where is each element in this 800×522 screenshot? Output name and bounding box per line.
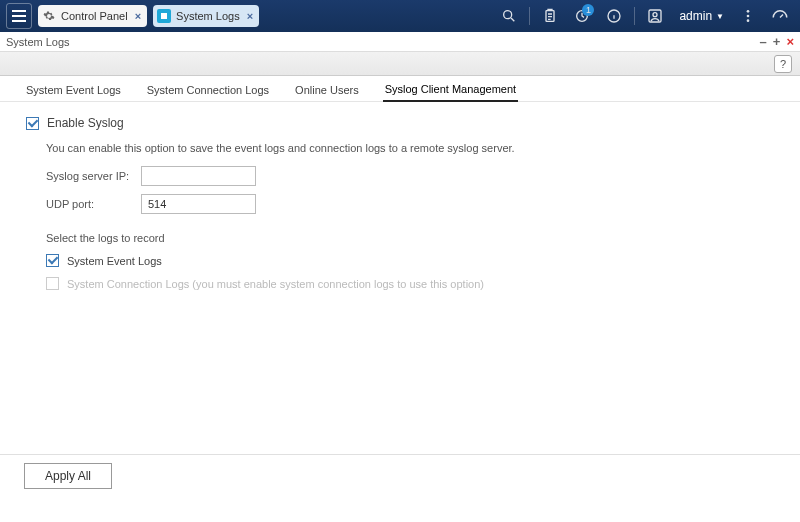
user-icon: [647, 8, 663, 24]
clipboard-button[interactable]: [536, 2, 564, 30]
tab-label: Control Panel: [61, 10, 128, 22]
menu-button[interactable]: [6, 3, 32, 29]
topbar-actions: 1 admin ▼: [495, 2, 794, 30]
close-button[interactable]: ×: [786, 34, 794, 49]
server-ip-label: Syslog server IP:: [46, 170, 141, 182]
window-controls: – + ×: [760, 34, 794, 49]
info-icon: [606, 8, 622, 24]
hamburger-icon: [12, 10, 26, 22]
system-connection-logs-label: System Connection Logs (you must enable …: [67, 278, 484, 290]
footer: Apply All: [0, 454, 800, 496]
tab-control-panel[interactable]: Control Panel ×: [38, 5, 147, 27]
window-toolbar: ?: [0, 52, 800, 76]
close-icon[interactable]: ×: [135, 10, 141, 22]
tab-label: System Logs: [176, 10, 240, 22]
server-ip-input[interactable]: [141, 166, 256, 186]
help-icon: ?: [780, 58, 786, 70]
select-logs-label: Select the logs to record: [46, 232, 774, 244]
svg-point-6: [653, 13, 657, 17]
tab-system-logs[interactable]: System Logs ×: [153, 5, 259, 27]
system-connection-logs-checkbox: [46, 277, 59, 290]
help-button[interactable]: ?: [774, 55, 792, 73]
udp-port-label: UDP port:: [46, 198, 141, 210]
section-tabs: System Event Logs System Connection Logs…: [0, 76, 800, 102]
logs-icon: [157, 9, 171, 23]
user-label: admin: [679, 9, 712, 23]
enable-syslog-label: Enable Syslog: [47, 116, 124, 130]
gauge-icon: [771, 7, 789, 25]
svg-point-7: [747, 10, 750, 13]
chevron-down-icon: ▼: [716, 12, 724, 21]
tab-system-connection-logs[interactable]: System Connection Logs: [145, 80, 271, 101]
close-icon[interactable]: ×: [247, 10, 253, 22]
dots-vertical-icon: [740, 8, 756, 24]
system-event-logs-label: System Event Logs: [67, 255, 162, 267]
settings-panel: Enable Syslog You can enable this option…: [0, 102, 800, 496]
window-title: System Logs: [6, 36, 70, 48]
user-icon-button[interactable]: [641, 2, 669, 30]
app-topbar: Control Panel × System Logs × 1: [0, 0, 800, 32]
udp-port-input[interactable]: [141, 194, 256, 214]
apply-all-button[interactable]: Apply All: [24, 463, 112, 489]
enable-syslog-checkbox[interactable]: [26, 117, 39, 130]
info-button[interactable]: [600, 2, 628, 30]
svg-point-8: [747, 15, 750, 18]
svg-point-9: [747, 19, 750, 22]
notifications-button[interactable]: 1: [568, 2, 596, 30]
system-event-logs-checkbox[interactable]: [46, 254, 59, 267]
more-button[interactable]: [734, 2, 762, 30]
user-menu[interactable]: admin ▼: [673, 9, 730, 23]
app-tabs: Control Panel × System Logs ×: [38, 5, 259, 27]
gear-icon: [42, 9, 56, 23]
notification-badge: 1: [582, 4, 594, 16]
dashboard-button[interactable]: [766, 2, 794, 30]
window-titlebar: System Logs – + ×: [0, 32, 800, 52]
minimize-button[interactable]: –: [760, 34, 767, 49]
search-button[interactable]: [495, 2, 523, 30]
tab-system-event-logs[interactable]: System Event Logs: [24, 80, 123, 101]
enable-syslog-description: You can enable this option to save the e…: [46, 142, 774, 154]
tab-syslog-client-management[interactable]: Syslog Client Management: [383, 79, 518, 102]
clipboard-icon: [542, 8, 558, 24]
search-icon: [501, 8, 517, 24]
svg-point-1: [504, 11, 512, 19]
tab-online-users[interactable]: Online Users: [293, 80, 361, 101]
maximize-button[interactable]: +: [773, 34, 781, 49]
svg-rect-0: [161, 13, 167, 19]
